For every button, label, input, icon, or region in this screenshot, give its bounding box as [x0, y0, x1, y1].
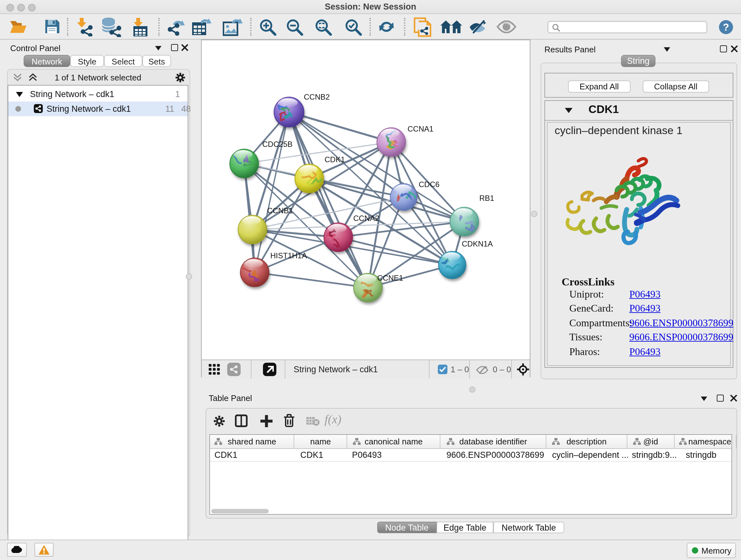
- svg-text:HIST1H1A: HIST1H1A: [270, 251, 307, 260]
- svg-text:CCNA2: CCNA2: [353, 214, 379, 223]
- svg-text:CCNB2: CCNB2: [304, 92, 330, 101]
- svg-text:RB1: RB1: [479, 194, 494, 202]
- svg-text:CDK1: CDK1: [325, 155, 345, 164]
- svg-text:CDC25B: CDC25B: [262, 140, 293, 148]
- svg-text:CDC6: CDC6: [419, 180, 440, 189]
- svg-text:CCNB1: CCNB1: [267, 206, 293, 215]
- svg-text:CDKN1A: CDKN1A: [462, 240, 493, 248]
- svg-text:CCNE1: CCNE1: [377, 273, 403, 282]
- svg-text:?: ?: [723, 21, 729, 33]
- svg-text:CCNA1: CCNA1: [408, 125, 433, 133]
